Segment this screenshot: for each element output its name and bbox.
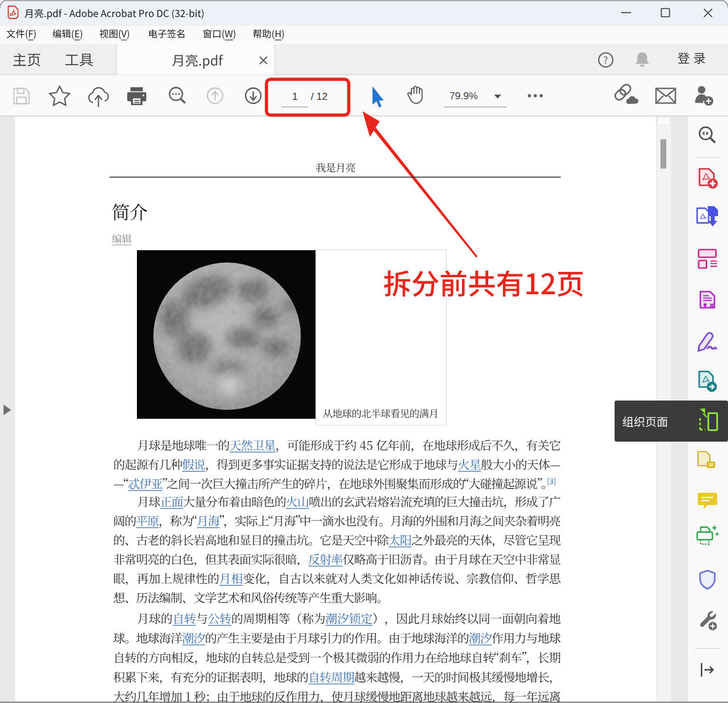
svg-text:1: 1 xyxy=(292,91,297,102)
svg-text:79.9%: 79.9% xyxy=(449,90,478,102)
svg-text:/ 12: / 12 xyxy=(311,91,327,102)
